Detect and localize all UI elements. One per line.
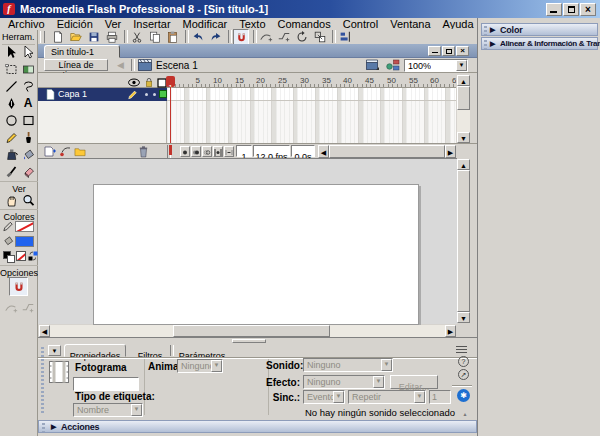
zoom-level-combobox[interactable]: 100% ▼ bbox=[404, 59, 468, 72]
tab-filtros[interactable]: Filtros bbox=[130, 345, 170, 357]
tool-hand[interactable] bbox=[3, 192, 19, 208]
frames-grid-layer-row[interactable] bbox=[167, 88, 456, 101]
panel-collapse-corner-button[interactable]: ▲ bbox=[461, 411, 469, 418]
add-motion-guide-button[interactable] bbox=[59, 146, 72, 157]
sync-combobox[interactable]: Evento ▼ bbox=[303, 390, 345, 404]
show-hide-layers-eye-icon[interactable] bbox=[128, 78, 140, 87]
snap-option-button[interactable] bbox=[9, 277, 28, 296]
doc-minimize-button[interactable] bbox=[428, 46, 441, 56]
tool-free-transform[interactable] bbox=[3, 61, 19, 77]
layer-lock-dot[interactable] bbox=[153, 93, 156, 96]
scale-button[interactable] bbox=[312, 29, 328, 45]
properties-panel-menu-button[interactable] bbox=[456, 346, 467, 355]
timeline-scroll-right-button[interactable]: ▶ bbox=[445, 145, 456, 158]
hotspot-button[interactable]: ✱ bbox=[457, 389, 470, 402]
layer-row[interactable]: Capa 1 bbox=[38, 88, 167, 101]
stage-horizontal-scrollbar[interactable] bbox=[50, 325, 445, 337]
undo-button[interactable] bbox=[190, 29, 206, 45]
align-info-transform-panel-header[interactable]: ▶ Alinear & Información & Transformar bbox=[481, 37, 598, 50]
stage-scroll-down-button[interactable]: ▼ bbox=[457, 312, 470, 323]
help-button[interactable]: ? bbox=[458, 356, 469, 367]
edit-symbols-button[interactable] bbox=[386, 59, 402, 72]
playhead-marker[interactable]: 1 bbox=[166, 76, 175, 87]
layer-visibility-dot[interactable] bbox=[145, 93, 148, 96]
document-tab[interactable]: Sin título-1 bbox=[44, 45, 120, 58]
frame-rate-box[interactable]: 12.0 fps bbox=[253, 145, 290, 157]
doc-close-button[interactable]: × bbox=[456, 46, 469, 56]
stage-pasteboard[interactable] bbox=[38, 158, 457, 324]
timeline-ruler[interactable]: 5 10 15 20 25 30 35 40 45 50 55 60 65 bbox=[167, 75, 456, 88]
tool-eyedropper[interactable] bbox=[3, 163, 19, 179]
new-document-button[interactable] bbox=[50, 29, 66, 45]
timeline-scroll-down-button[interactable]: ▼ bbox=[457, 132, 470, 143]
timeline-scroll-left-button[interactable]: ◀ bbox=[318, 145, 329, 158]
default-colors-button[interactable] bbox=[3, 251, 14, 261]
lock-layers-icon[interactable] bbox=[144, 77, 154, 88]
tool-lasso[interactable] bbox=[20, 78, 36, 94]
tool-eraser[interactable] bbox=[20, 163, 36, 179]
center-frame-button[interactable] bbox=[180, 146, 190, 157]
insert-layer-button[interactable] bbox=[44, 146, 57, 157]
rotate-and-skew-button[interactable] bbox=[294, 29, 310, 45]
delete-layer-button[interactable] bbox=[138, 145, 149, 158]
stage-hscroll-thumb[interactable] bbox=[173, 325, 330, 337]
fill-color-swatch[interactable] bbox=[15, 236, 34, 247]
layer-outline-color-swatch[interactable] bbox=[159, 90, 167, 98]
tool-pen[interactable] bbox=[3, 95, 19, 111]
stage-vscroll-thumb[interactable] bbox=[457, 170, 470, 312]
edit-scene-button[interactable] bbox=[366, 59, 382, 72]
tool-rectangle[interactable] bbox=[20, 112, 36, 128]
edit-multiple-frames-button[interactable] bbox=[213, 146, 223, 157]
frames-grid-empty[interactable] bbox=[167, 101, 456, 143]
onion-skin-button[interactable] bbox=[191, 146, 201, 157]
label-type-combobox[interactable]: Nombre ▼ bbox=[73, 403, 143, 417]
sync-repeat-combobox[interactable]: Repetir ▼ bbox=[348, 390, 426, 404]
color-panel-header[interactable]: ▶ Color bbox=[481, 23, 598, 36]
tab-parametros[interactable]: Parámetros bbox=[174, 345, 230, 357]
actions-panel-header[interactable]: ▶ Acciones bbox=[38, 420, 477, 433]
straighten-option-button[interactable] bbox=[20, 300, 36, 316]
repeat-count-input[interactable] bbox=[429, 390, 451, 404]
timeline-toggle-button[interactable]: Línea de tiempo bbox=[44, 59, 108, 71]
tool-oval[interactable] bbox=[3, 112, 19, 128]
tool-selection[interactable] bbox=[3, 44, 19, 60]
tool-zoom[interactable] bbox=[20, 192, 36, 208]
print-button[interactable] bbox=[104, 29, 120, 45]
onion-skin-outlines-button[interactable] bbox=[202, 146, 212, 157]
swap-colors-button[interactable] bbox=[28, 251, 38, 261]
fill-color-control[interactable] bbox=[2, 235, 36, 248]
snap-to-objects-button[interactable] bbox=[233, 29, 249, 45]
straighten-button[interactable] bbox=[276, 29, 292, 45]
sound-combobox[interactable]: Ninguno ▼ bbox=[303, 358, 393, 372]
paste-button[interactable] bbox=[165, 29, 181, 45]
stage-scroll-left-button[interactable]: ◀ bbox=[39, 325, 50, 337]
tool-brush[interactable] bbox=[20, 129, 36, 145]
toolbar-grip[interactable] bbox=[40, 31, 45, 43]
effect-combobox[interactable]: Ninguno ▼ bbox=[303, 375, 385, 389]
stroke-color-control[interactable] bbox=[2, 220, 36, 233]
frame-name-input[interactable] bbox=[73, 377, 139, 391]
timeline-vertical-scrollbar[interactable] bbox=[457, 86, 470, 132]
doc-restore-button[interactable] bbox=[442, 46, 455, 56]
properties-collapse-button[interactable]: ▼ bbox=[48, 345, 61, 356]
close-button[interactable]: × bbox=[580, 3, 596, 16]
stage-scroll-right-button[interactable]: ▶ bbox=[445, 325, 456, 337]
minimize-button[interactable] bbox=[546, 3, 562, 16]
stage-canvas[interactable] bbox=[93, 184, 419, 325]
tool-ink-bottle[interactable] bbox=[3, 146, 19, 162]
edit-sound-button[interactable]: Editar... bbox=[390, 375, 438, 389]
stage-vertical-scrollbar[interactable] bbox=[457, 170, 470, 312]
tool-line[interactable] bbox=[3, 78, 19, 94]
save-button[interactable] bbox=[86, 29, 102, 45]
modify-onion-markers-button[interactable] bbox=[224, 146, 234, 157]
restore-button[interactable] bbox=[563, 3, 579, 16]
tween-combobox[interactable]: Ninguno ▼ bbox=[177, 359, 223, 373]
tool-text[interactable]: A bbox=[20, 95, 36, 111]
tool-subselection[interactable] bbox=[20, 44, 36, 60]
back-arrow-button[interactable]: ◀ bbox=[114, 59, 127, 71]
align-button[interactable] bbox=[337, 29, 353, 45]
expand-arrow-button[interactable]: ↗ bbox=[458, 369, 469, 380]
no-color-button[interactable] bbox=[16, 251, 26, 261]
stroke-color-swatch[interactable] bbox=[15, 221, 34, 232]
timeline-vscroll-thumb[interactable] bbox=[457, 86, 470, 110]
